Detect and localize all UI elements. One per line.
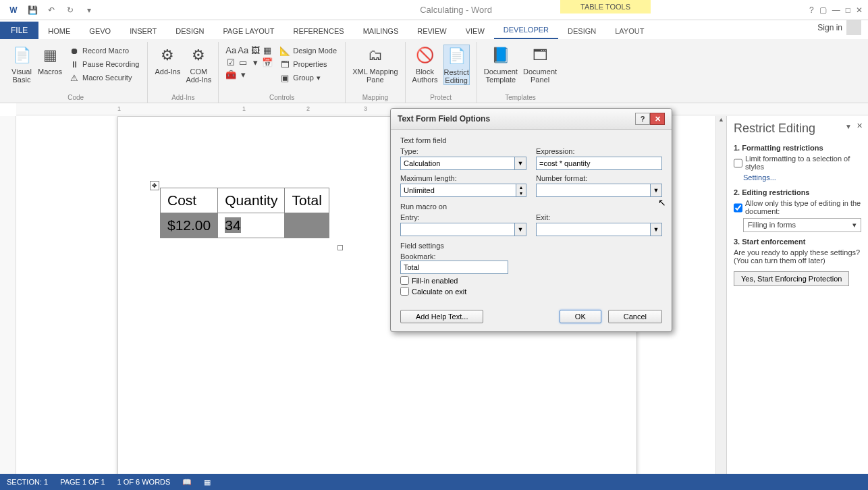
combo-control-icon[interactable]: ▭ (238, 57, 248, 67)
limit-formatting-checkbox[interactable] (734, 156, 742, 171)
tab-table-design[interactable]: DESIGN (558, 23, 605, 39)
qat-customize-icon[interactable]: ▾ (81, 2, 97, 18)
vertical-scrollbar[interactable]: ▲ (715, 116, 726, 474)
editing-type-select[interactable]: Filling in forms▾ (743, 218, 861, 232)
spin-down-icon[interactable]: ▼ (516, 190, 526, 196)
plaintext-control-icon[interactable]: Aa (238, 45, 248, 55)
tab-review[interactable]: REVIEW (408, 23, 456, 39)
header-quantity[interactable]: Quantity (218, 188, 285, 213)
type-input[interactable] (400, 157, 514, 170)
status-page[interactable]: PAGE 1 OF 1 (60, 478, 105, 486)
checkbox-control-icon[interactable]: ☑ (225, 57, 236, 67)
ribbon-options-icon[interactable]: ▢ (819, 5, 827, 15)
macro-security-button[interactable]: ⚠Macro Security (67, 72, 140, 84)
add-help-text-button[interactable]: Add Help Text... (400, 310, 483, 323)
tab-developer[interactable]: DEVELOPER (494, 22, 558, 39)
chevron-down-icon[interactable]: ▼ (514, 157, 526, 170)
calc-on-exit-checkbox[interactable] (400, 287, 409, 296)
fillin-checkbox[interactable] (400, 276, 409, 285)
numberformat-combo[interactable]: ▼ (536, 184, 662, 197)
legacy-dropdown-icon[interactable]: ▾ (238, 69, 248, 80)
header-total[interactable]: Total (285, 188, 329, 213)
chevron-down-icon[interactable]: ▼ (514, 223, 526, 236)
table-move-handle[interactable]: ✥ (150, 181, 159, 190)
visual-basic-button[interactable]: 📄 Visual Basic (11, 45, 32, 84)
entry-input[interactable] (400, 223, 514, 236)
macro-status-icon[interactable]: ▦ (204, 478, 211, 487)
pane-close-icon[interactable]: ✕ (857, 121, 863, 130)
block-authors-button[interactable]: 🚫Block Authors (412, 45, 438, 84)
legacy-tools-icon[interactable]: 🧰 (225, 69, 236, 80)
dropdown-control-icon[interactable]: ▾ (250, 57, 261, 67)
document-template-button[interactable]: 📘Document Template (484, 45, 518, 84)
pause-recording-button[interactable]: ⏸Pause Recording (67, 58, 140, 70)
allow-editing-checkbox[interactable] (734, 200, 742, 215)
status-words[interactable]: 1 OF 6 WORDS (117, 478, 171, 486)
help-icon[interactable]: ? (809, 5, 814, 15)
maxlength-input[interactable] (400, 184, 516, 197)
document-table[interactable]: Cost Quantity Total $12.00 34 (160, 188, 329, 238)
word-icon[interactable]: W (5, 2, 22, 18)
pane-options-icon[interactable]: ▼ (845, 123, 852, 130)
properties-button[interactable]: 🗔Properties (278, 58, 338, 70)
tab-references[interactable]: REFERENCES (283, 23, 353, 39)
spin-up-icon[interactable]: ▲ (516, 184, 526, 190)
dialog-titlebar[interactable]: Text Form Field Options ? ✕ (391, 109, 672, 130)
numberformat-input[interactable] (536, 184, 650, 197)
type-combo[interactable]: ▼ (400, 157, 526, 170)
cell-total[interactable] (285, 213, 329, 238)
date-control-icon[interactable]: 📅 (262, 57, 273, 67)
table-resize-handle[interactable] (337, 245, 343, 250)
restrict-editing-button[interactable]: 📄Restrict Editing (443, 45, 470, 85)
start-enforcing-button[interactable]: Yes, Start Enforcing Protection (734, 271, 849, 286)
exit-combo[interactable]: ▼ (536, 223, 662, 236)
dialog-help-icon[interactable]: ? (635, 113, 650, 125)
tab-design[interactable]: DESIGN (166, 23, 213, 39)
chevron-down-icon[interactable]: ▼ (650, 184, 662, 197)
tab-table-layout[interactable]: LAYOUT (605, 23, 653, 39)
tab-home[interactable]: HOME (38, 23, 80, 39)
minimize-icon[interactable]: — (832, 5, 840, 15)
chevron-down-icon[interactable]: ▼ (650, 223, 662, 236)
close-icon[interactable]: ✕ (856, 5, 863, 15)
design-mode-button[interactable]: 📐Design Mode (278, 45, 338, 57)
ruler-vertical[interactable] (0, 116, 16, 474)
group-button[interactable]: ▣Group ▾ (278, 72, 338, 84)
richtext-control-icon[interactable]: Aa (225, 45, 236, 55)
undo-icon[interactable]: ↶ (43, 2, 59, 18)
redo-icon[interactable]: ↻ (62, 2, 78, 18)
block-control-icon[interactable]: ▦ (262, 45, 273, 55)
tab-gevo[interactable]: Gevo (80, 23, 120, 39)
com-addins-button[interactable]: ⚙COM Add-Ins (186, 45, 211, 84)
sign-in[interactable]: Sign in (811, 16, 868, 39)
addins-button[interactable]: ⚙Add-Ins (155, 45, 180, 76)
status-section[interactable]: SECTION: 1 (7, 478, 48, 486)
spellcheck-icon[interactable]: 📖 (182, 478, 192, 487)
dialog-close-icon[interactable]: ✕ (650, 113, 665, 125)
scroll-up-icon[interactable]: ▲ (716, 116, 726, 127)
bookmark-input[interactable] (400, 261, 508, 274)
cancel-button[interactable]: Cancel (608, 310, 662, 323)
tab-view[interactable]: VIEW (456, 23, 494, 39)
cell-cost[interactable]: $12.00 (161, 213, 218, 238)
xml-mapping-button[interactable]: 🗂XML Mapping Pane (352, 45, 398, 84)
settings-link[interactable]: Settings... (743, 173, 861, 182)
picture-control-icon[interactable]: 🖼 (250, 45, 261, 55)
document-panel-button[interactable]: 🗔Document Panel (523, 45, 557, 84)
expression-input[interactable] (536, 157, 662, 170)
header-cost[interactable]: Cost (161, 188, 218, 213)
tab-mailings[interactable]: MAILINGS (354, 23, 408, 39)
ok-button[interactable]: OK (560, 310, 601, 323)
ruler-mark: 2 (306, 105, 310, 112)
save-icon[interactable]: 💾 (24, 2, 40, 18)
exit-input[interactable] (536, 223, 650, 236)
tab-page-layout[interactable]: PAGE LAYOUT (213, 23, 283, 39)
maximize-icon[interactable]: □ (846, 5, 850, 15)
record-macro-button[interactable]: ⏺Record Macro (67, 45, 140, 57)
cell-quantity[interactable]: 34 (218, 213, 285, 238)
maxlength-spinner[interactable]: ▲▼ (400, 184, 526, 197)
tab-insert[interactable]: INSERT (120, 23, 166, 39)
entry-combo[interactable]: ▼ (400, 223, 526, 236)
tab-file[interactable]: FILE (0, 22, 38, 39)
macros-button[interactable]: ▦ Macros (38, 45, 62, 76)
